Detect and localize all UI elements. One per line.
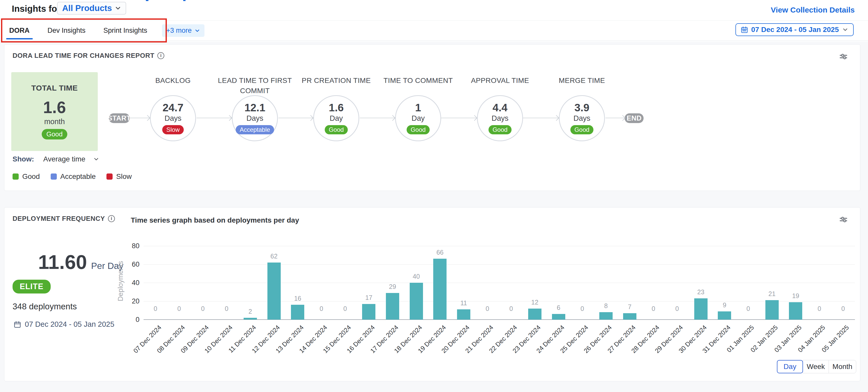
- legend-swatch: [51, 174, 57, 180]
- tab-dora[interactable]: DORA: [6, 21, 33, 40]
- flow-arrow: [441, 118, 476, 118]
- stage-label-merge-time: MERGE TIME: [538, 76, 625, 86]
- elite-tier-badge: ELITE: [12, 280, 51, 294]
- stage-label-pr-creation-time: PR CREATION TIME: [293, 76, 380, 86]
- bar-value-label: 23: [689, 289, 713, 296]
- chart-settings-icon[interactable]: [839, 52, 848, 61]
- tab-dev-insights[interactable]: Dev Insights: [44, 21, 89, 40]
- status-badge: Good: [570, 125, 594, 134]
- chevron-down-icon: [842, 26, 848, 33]
- chart-bar[interactable]: [386, 293, 399, 320]
- legend-item-slow: Slow: [106, 173, 132, 181]
- chart-bar[interactable]: [268, 263, 281, 320]
- stage-node-approval-time[interactable]: 4.4 Days Good: [477, 95, 523, 141]
- bar-value-label: 16: [286, 295, 310, 302]
- date-range-picker[interactable]: 07 Dec 2024 - 05 Jan 2025: [736, 23, 854, 36]
- total-time-value: 1.6: [43, 99, 66, 116]
- bar-value-label: 8: [594, 302, 618, 310]
- flow-arrow: [129, 118, 150, 118]
- stage-node-merge-time[interactable]: 3.9 Days Good: [559, 95, 605, 141]
- bar-value-label: 0: [570, 305, 594, 312]
- chart-bar[interactable]: [457, 309, 470, 320]
- bar-value-label: 9: [713, 301, 737, 309]
- granularity-month-button[interactable]: Month: [829, 360, 856, 373]
- total-time-box: TOTAL TIME 1.6 month Good: [11, 72, 98, 151]
- chart-bar[interactable]: [765, 300, 779, 320]
- chart-bar[interactable]: [528, 309, 541, 320]
- y-axis-tick-label: 60: [122, 261, 140, 268]
- lead-time-card-title: DORA LEAD TIME FOR CHANGES REPORT: [12, 52, 154, 60]
- chart-bar[interactable]: [244, 318, 257, 320]
- deployment-card-title: DEPLOYMENT FREQUENCY: [12, 215, 105, 222]
- stage-node-time-to-comment[interactable]: 1 Day Good: [395, 95, 441, 141]
- tab-bar-separator: [0, 40, 868, 41]
- chart-bar[interactable]: [291, 305, 304, 320]
- stage-label-approval-time: APPROVAL TIME: [457, 76, 544, 86]
- y-axis-tick-label: 40: [122, 279, 140, 287]
- tab-bar: DORA Dev Insights Sprint Insights +3 mor…: [6, 21, 205, 40]
- y-axis-tick-label: 0: [122, 316, 140, 324]
- gridline: [144, 283, 855, 283]
- show-value: Average time: [43, 155, 93, 163]
- granularity-day-button[interactable]: Day: [777, 360, 803, 373]
- stage-node-lead-time-to-first-commit[interactable]: 12.1 Days Acceptable: [232, 95, 278, 141]
- chart-bar[interactable]: [599, 312, 613, 320]
- bar-value-label: 0: [831, 305, 855, 312]
- status-legend: GoodAcceptableSlow: [12, 173, 132, 181]
- tab-sprint-insights[interactable]: Sprint Insights: [100, 21, 150, 40]
- page-title: Insights for: [12, 4, 61, 14]
- chart-bar[interactable]: [623, 313, 637, 320]
- deployment-date-range: 07 Dec 2024 - 05 Jan 2025: [13, 320, 114, 329]
- view-collection-details-link[interactable]: View Collection Details: [771, 6, 855, 14]
- chart-bar[interactable]: [789, 302, 802, 320]
- chart-bar[interactable]: [694, 298, 708, 320]
- chart-bar[interactable]: [433, 259, 446, 320]
- product-selector-dropdown[interactable]: All Products: [57, 2, 126, 14]
- bar-value-label: 0: [499, 305, 523, 312]
- bar-value-label: 0: [167, 305, 191, 312]
- bar-value-label: 40: [404, 273, 428, 280]
- chart-bar[interactable]: [362, 304, 375, 320]
- bar-value-label: 17: [357, 294, 381, 301]
- stage-node-backlog[interactable]: 24.7 Days Slow: [150, 95, 196, 141]
- chart-bar[interactable]: [552, 314, 565, 320]
- product-selector-value: All Products: [62, 3, 112, 13]
- gridline: [144, 264, 855, 265]
- bar-value-label: 6: [547, 304, 570, 311]
- lead-time-card: DORA LEAD TIME FOR CHANGES REPORT TOTAL …: [4, 44, 860, 191]
- legend-swatch: [12, 174, 19, 180]
- bar-value-label: 62: [262, 252, 286, 260]
- total-deployments: 348 deployments: [12, 302, 77, 311]
- flow-arrow: [523, 118, 558, 118]
- chart-settings-icon[interactable]: [839, 215, 848, 224]
- y-axis-tick-label: 80: [122, 242, 140, 250]
- bar-value-label: 0: [215, 305, 239, 312]
- chevron-down-icon: [114, 5, 122, 12]
- chart-title: Time series graph based on deployments p…: [131, 216, 299, 224]
- stage-label-lead-time-to-first-commit: LEAD TIME TO FIRST COMMIT: [211, 76, 299, 96]
- info-icon[interactable]: [157, 52, 164, 59]
- flow-start-pill: START: [109, 113, 130, 123]
- cutoff-text-remnant: [146, 0, 148, 1]
- stage-node-pr-creation-time[interactable]: 1.6 Day Good: [313, 95, 359, 141]
- bar-value-label: 21: [760, 290, 784, 298]
- bar-value-label: 12: [523, 299, 547, 306]
- flow-arrow: [606, 118, 625, 118]
- calendar-icon: [13, 321, 21, 328]
- status-badge: Good: [325, 125, 348, 134]
- show-label: Show:: [12, 155, 34, 163]
- deployment-rate-value: 11.60: [38, 250, 87, 274]
- chart-bar[interactable]: [410, 283, 423, 320]
- bar-value-label: 0: [737, 305, 760, 312]
- bar-value-label: 66: [428, 249, 452, 256]
- stage-label-backlog: BACKLOG: [129, 76, 216, 86]
- granularity-week-button[interactable]: Week: [803, 360, 829, 373]
- status-badge: Good: [489, 125, 512, 134]
- status-badge: Good: [407, 125, 430, 134]
- info-icon[interactable]: [108, 215, 115, 222]
- insights-dashboard: Insights for All Products View Collectio…: [0, 0, 868, 392]
- bar-value-label: 0: [310, 305, 334, 312]
- show-metric-dropdown[interactable]: Show: Average time: [12, 155, 99, 163]
- more-tabs-dropdown[interactable]: +3 more: [162, 24, 205, 37]
- chart-bar[interactable]: [718, 311, 731, 320]
